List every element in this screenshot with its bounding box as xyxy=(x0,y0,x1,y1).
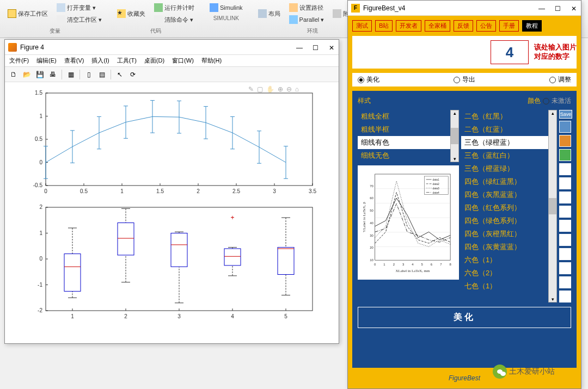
matlab-icon xyxy=(8,43,17,52)
toolbar-edit-icon[interactable]: ▦ xyxy=(65,69,76,80)
menu-window[interactable]: 窗口(W) xyxy=(172,57,194,65)
fb-titlebar[interactable]: F FigureBest_v4 — ☐ ✕ xyxy=(348,1,581,16)
fb-style-scrollbar[interactable]: ▴▾ xyxy=(450,110,459,162)
svg-text:-0.5: -0.5 xyxy=(33,182,43,188)
fb-swatch[interactable] xyxy=(559,262,571,274)
menu-tools[interactable]: 工具(T) xyxy=(117,57,137,65)
ribbon-layout[interactable]: 布局 xyxy=(256,2,283,25)
fb-tab[interactable]: 测试 xyxy=(352,20,372,32)
list-item[interactable]: 四色（绿红蓝黑） xyxy=(461,175,548,188)
fb-logo-icon: F xyxy=(351,4,360,13)
fb-tab-tutorial[interactable]: 教程 xyxy=(522,20,542,32)
fb-swatch[interactable] xyxy=(559,177,571,189)
list-item[interactable]: 四色（红色系列） xyxy=(461,201,548,214)
toolbar-new-icon[interactable]: 🗋 xyxy=(8,69,19,80)
fb-beautify-button[interactable]: 美化 xyxy=(358,307,571,328)
ribbon-open-var[interactable]: 打开变量 ▾ xyxy=(54,2,104,13)
list-item[interactable]: 七色（1） xyxy=(461,280,548,293)
fb-mode-2[interactable]: 调整 xyxy=(549,75,571,84)
fb-swatch[interactable] xyxy=(559,276,571,288)
fb-color-scrollbar[interactable]: ▴▾ xyxy=(548,110,557,302)
ribbon-parallel[interactable]: Parallel ▾ xyxy=(287,14,327,25)
fb-swatch[interactable] xyxy=(559,121,571,133)
fb-figure-number-input[interactable]: 4 xyxy=(491,40,529,64)
fb-mode-0[interactable]: 美化 xyxy=(358,75,379,84)
svg-text:XLabel in LaTeX, mm: XLabel in LaTeX, mm xyxy=(396,269,430,273)
fb-save-button[interactable]: Save xyxy=(559,110,572,119)
svg-rect-57 xyxy=(46,207,313,311)
list-item[interactable]: 细线无色 xyxy=(358,149,450,162)
fb-mode-1[interactable]: 导出 xyxy=(454,75,475,84)
plot-area: ✎▢✋⊕⊖⌂ 00.511.522.533.5-0.500.511.512345… xyxy=(16,88,321,343)
ribbon-clear-workspace[interactable]: 清空工作区 ▾ xyxy=(54,14,104,25)
fb-tab[interactable]: 公告 xyxy=(476,20,496,32)
toolbar-save-icon[interactable]: 💾 xyxy=(34,69,45,80)
fb-swatch[interactable] xyxy=(559,149,571,161)
minimize-button[interactable]: — xyxy=(296,44,303,51)
menu-help[interactable]: 帮助(H) xyxy=(201,57,222,65)
menu-desktop[interactable]: 桌面(D) xyxy=(144,57,164,65)
close-button[interactable]: ✕ xyxy=(329,44,335,51)
fb-style-label: 样式 xyxy=(358,96,371,106)
fb-swatch[interactable] xyxy=(559,220,571,232)
fb-tab[interactable]: B站 xyxy=(375,20,393,32)
toolbar-link-icon[interactable]: ▯ xyxy=(83,69,94,80)
svg-text:0: 0 xyxy=(39,159,42,165)
fb-style-list[interactable]: 粗线全框粗线半框细线有色细线无色 xyxy=(358,110,450,162)
list-item[interactable]: 粗线全框 xyxy=(358,110,450,123)
list-item[interactable]: 二色（红蓝） xyxy=(461,123,548,136)
svg-text:3.5: 3.5 xyxy=(309,188,316,194)
svg-text:0.5: 0.5 xyxy=(80,188,88,194)
ribbon-favorites[interactable]: ★收藏夹 xyxy=(115,2,148,25)
toolbar-colorbar-icon[interactable]: ▤ xyxy=(96,69,107,80)
fb-tab[interactable]: 反馈 xyxy=(454,20,473,32)
menu-view[interactable]: 查看(V) xyxy=(64,57,84,65)
fb-color-radio[interactable] xyxy=(543,98,549,104)
list-item[interactable]: 二色（红黑） xyxy=(461,110,548,123)
fb-tab[interactable]: 开发者 xyxy=(396,20,421,32)
list-item[interactable]: 六色（1） xyxy=(461,254,548,267)
list-item[interactable]: 四色（灰黄蓝蓝） xyxy=(461,240,548,254)
svg-text:1.5: 1.5 xyxy=(35,90,42,96)
maximize-button[interactable]: ☐ xyxy=(313,44,319,51)
ribbon-clear-cmd[interactable]: 清除命令 ▾ xyxy=(152,14,197,25)
ribbon-set-path[interactable]: 设置路径 xyxy=(287,2,327,13)
fb-swatch[interactable] xyxy=(559,206,571,218)
list-item[interactable]: 三色（蓝红白） xyxy=(461,149,548,162)
toolbar-print-icon[interactable]: 🖶 xyxy=(47,69,58,80)
menu-insert[interactable]: 插入(I) xyxy=(91,57,109,65)
list-item[interactable]: 六色（2） xyxy=(461,267,548,280)
fb-swatch[interactable] xyxy=(559,192,571,203)
toolbar-open-icon[interactable]: 📂 xyxy=(21,69,32,80)
fb-swatch[interactable] xyxy=(559,234,571,246)
toolbar-rotate-icon[interactable]: ⟳ xyxy=(127,69,138,80)
list-item[interactable]: 四色（绿色系列） xyxy=(461,214,548,227)
fb-maximize-button[interactable]: ☐ xyxy=(555,5,561,11)
fb-swatch[interactable] xyxy=(559,135,571,147)
ribbon-run-timer[interactable]: 运行并计时 xyxy=(152,2,197,13)
fb-tab[interactable]: 手册 xyxy=(499,20,519,32)
list-item[interactable]: 三色（橙蓝绿） xyxy=(461,162,548,175)
figure-titlebar[interactable]: Figure 4 — ☐ ✕ xyxy=(5,40,339,55)
fb-swatch[interactable] xyxy=(559,163,571,175)
toolbar-pointer-icon[interactable]: ↖ xyxy=(114,69,125,80)
list-item[interactable]: 细线有色 xyxy=(358,136,450,149)
axes-toolbar[interactable]: ✎▢✋⊕⊖⌂ xyxy=(248,85,299,93)
menu-edit[interactable]: 编辑(E) xyxy=(36,57,57,65)
fb-close-button[interactable]: ✕ xyxy=(571,5,578,11)
fb-swatch[interactable] xyxy=(559,291,571,302)
list-item[interactable]: 粗线半框 xyxy=(358,123,450,136)
svg-text:-2: -2 xyxy=(38,307,42,313)
fb-tab[interactable]: 全家桶 xyxy=(425,20,450,32)
fb-swatch[interactable] xyxy=(559,248,571,260)
ribbon-simulink[interactable]: Simulink xyxy=(207,2,245,13)
svg-text:data2: data2 xyxy=(433,183,440,186)
svg-text:+: + xyxy=(230,214,234,221)
list-item[interactable]: 四色（灰黑蓝蓝） xyxy=(461,188,548,201)
fb-color-list[interactable]: 二色（红黑）二色（红蓝）三色（绿橙蓝）三色（蓝红白）三色（橙蓝绿）四色（绿红蓝黑… xyxy=(461,110,548,302)
list-item[interactable]: 四色（灰橙黑红） xyxy=(461,227,548,240)
fb-minimize-button[interactable]: — xyxy=(538,5,545,11)
menu-file[interactable]: 文件(F) xyxy=(9,57,29,65)
list-item[interactable]: 三色（绿橙蓝） xyxy=(461,136,548,149)
ribbon-save-workspace[interactable]: 保存工作区 xyxy=(5,2,50,25)
